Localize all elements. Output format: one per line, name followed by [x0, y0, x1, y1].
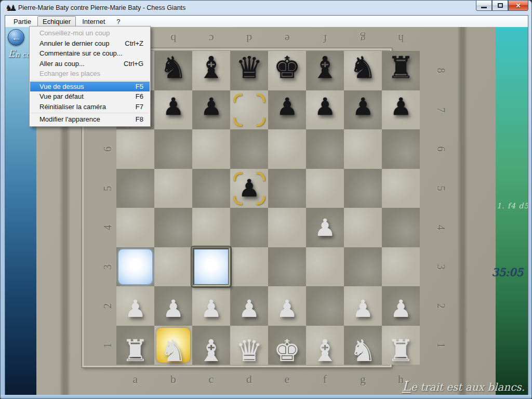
piece-white-bishop-f1[interactable]: ♝ [306, 331, 344, 371]
menu-item-vue-de-dessus[interactable]: Vue de dessusF5 [30, 82, 150, 92]
close-button[interactable]: ✕ [508, 1, 528, 11]
piece-black-pawn-d5[interactable]: ♟ [230, 169, 268, 208]
piece-white-queen-d1[interactable]: ♛ [230, 331, 268, 371]
square-d4[interactable] [230, 208, 268, 247]
menu-item-commentaire-sur-ce-coup[interactable]: Commentaire sur ce coup... [30, 48, 150, 59]
square-g6[interactable] [344, 129, 382, 169]
rank-label-right-8: 8 [421, 63, 460, 78]
piece-white-knight-g1[interactable]: ♞ [344, 331, 382, 371]
piece-black-pawn-e7[interactable]: ♟ [268, 87, 306, 127]
piece-black-pawn-c7[interactable]: ♟ [192, 87, 230, 127]
square-h5[interactable] [382, 169, 420, 208]
piece-white-pawn-c2[interactable]: ♟ [192, 289, 230, 328]
menubar-item-echiquier[interactable]: Echiquier [37, 16, 76, 27]
menubar-item-internet[interactable]: Internet [77, 16, 110, 27]
square-c5[interactable] [192, 169, 230, 208]
file-label-bottom-e: e [268, 372, 306, 387]
square-d6[interactable] [230, 129, 268, 169]
square-f3[interactable] [306, 247, 344, 287]
rank-label-right-4: 4 [421, 220, 460, 235]
file-label-bottom-b: b [154, 372, 192, 387]
menu-item-annuler-le-dernier-coup[interactable]: Annuler le dernier coupCtrl+Z [30, 38, 150, 49]
piece-white-knight-b1[interactable]: ♞ [154, 331, 192, 371]
maximize-button[interactable] [492, 1, 508, 11]
table-background [496, 27, 528, 395]
square-e3[interactable] [268, 247, 306, 287]
piece-white-pawn-h2[interactable]: ♟ [382, 289, 420, 328]
piece-black-pawn-g7[interactable]: ♟ [344, 87, 382, 127]
last-move-from-d7[interactable] [230, 90, 268, 130]
cursor-square-c3[interactable] [191, 246, 231, 287]
square-h3[interactable] [382, 247, 420, 287]
piece-white-pawn-a2[interactable]: ♟ [116, 289, 154, 328]
square-e4[interactable] [268, 208, 306, 247]
piece-black-rook-h8[interactable]: ♜ [382, 48, 420, 87]
piece-black-knight-b8[interactable]: ♞ [154, 48, 192, 87]
app-window: ♞♟ Pierre-Marie Baty contre Pierre-Marie… [0, 0, 532, 399]
minimize-button[interactable] [476, 1, 492, 11]
square-g4[interactable] [344, 208, 382, 247]
square-g3[interactable] [344, 247, 382, 287]
piece-black-king-e8[interactable]: ♚ [268, 48, 306, 87]
square-e6[interactable] [268, 129, 306, 169]
square-f2[interactable] [306, 286, 344, 326]
menu-item-r-initialiser-la-cam-ra[interactable]: Réinitialiser la caméraF7 [30, 102, 150, 112]
rank-label-right-5: 5 [421, 181, 460, 195]
square-g5[interactable] [344, 169, 382, 208]
piece-white-rook-a1[interactable]: ♜ [116, 331, 154, 371]
square-b5[interactable] [154, 169, 192, 208]
file-label-top-h: h [382, 31, 420, 46]
turn-message: Le trait est aux blancs. [369, 378, 525, 394]
menu-item-shortcut: Ctrl+Z [125, 39, 143, 47]
menu-item-label: Réinitialiser la caméra [39, 103, 106, 111]
piece-black-pawn-f7[interactable]: ♟ [306, 87, 344, 127]
menu-item-aller-au-coup[interactable]: Aller au coup...Ctrl+G [30, 59, 150, 69]
piece-black-queen-d8[interactable]: ♛ [230, 48, 268, 87]
piece-white-pawn-f4[interactable]: ♟ [306, 208, 344, 247]
window-bottom-edge [1, 395, 531, 398]
legal-move-square-a3[interactable] [118, 249, 152, 284]
square-h6[interactable] [382, 129, 420, 169]
title-bar: ♞♟ Pierre-Marie Baty contre Pierre-Marie… [1, 1, 531, 15]
piece-white-king-e1[interactable]: ♚ [268, 331, 306, 371]
rank-label-right-3: 3 [421, 259, 460, 274]
piece-white-bishop-c1[interactable]: ♝ [192, 331, 230, 371]
square-c4[interactable] [192, 208, 230, 247]
square-f6[interactable] [306, 129, 344, 169]
rank-label-right-1: 1 [421, 338, 460, 352]
piece-white-pawn-e2[interactable]: ♟ [268, 289, 306, 328]
piece-black-pawn-b7[interactable]: ♟ [154, 87, 192, 127]
menu-item-label: Conseillez-moi un coup [39, 29, 110, 37]
piece-black-knight-g8[interactable]: ♞ [344, 48, 382, 87]
menu-item-conseillez-moi-un-coup[interactable]: Conseillez-moi un coup [30, 28, 150, 38]
square-f5[interactable] [306, 169, 344, 208]
back-button[interactable]: ← [8, 29, 24, 46]
piece-white-pawn-b2[interactable]: ♟ [154, 289, 192, 328]
menu-item-shortcut: F5 [136, 83, 143, 90]
piece-white-pawn-g2[interactable]: ♟ [344, 289, 382, 328]
file-label-top-g: g [344, 31, 382, 46]
piece-white-rook-h1[interactable]: ♜ [382, 331, 420, 371]
piece-black-bishop-c8[interactable]: ♝ [192, 48, 230, 87]
menu-item-echanger-les-places[interactable]: Echanger les places [30, 69, 150, 79]
maximize-icon [498, 3, 503, 8]
menubar-item-partie[interactable]: Partie [8, 16, 36, 27]
piece-black-pawn-h7[interactable]: ♟ [382, 87, 420, 127]
app-icon: ♞♟ [5, 3, 14, 13]
square-b6[interactable] [154, 129, 192, 169]
square-b3[interactable] [154, 247, 192, 287]
move-list: 1. f4 d5 [497, 202, 528, 210]
square-b4[interactable] [154, 208, 192, 247]
rank-label-right-7: 7 [421, 102, 460, 117]
square-h4[interactable] [382, 208, 420, 247]
piece-black-bishop-f8[interactable]: ♝ [306, 48, 344, 87]
menu-item-modifier-l-apparence[interactable]: Modifier l'apparenceF8 [30, 114, 150, 125]
square-c6[interactable] [192, 129, 230, 169]
square-e5[interactable] [268, 169, 306, 208]
menu-item-vue-par-d-faut[interactable]: Vue par défautF6 [30, 91, 150, 102]
square-d3[interactable] [230, 247, 268, 287]
rank-label-left-4: 4 [88, 220, 128, 235]
piece-white-pawn-d2[interactable]: ♟ [230, 289, 268, 328]
file-label-bottom-d: d [230, 372, 268, 387]
menubar-item-?[interactable]: ? [111, 16, 125, 27]
